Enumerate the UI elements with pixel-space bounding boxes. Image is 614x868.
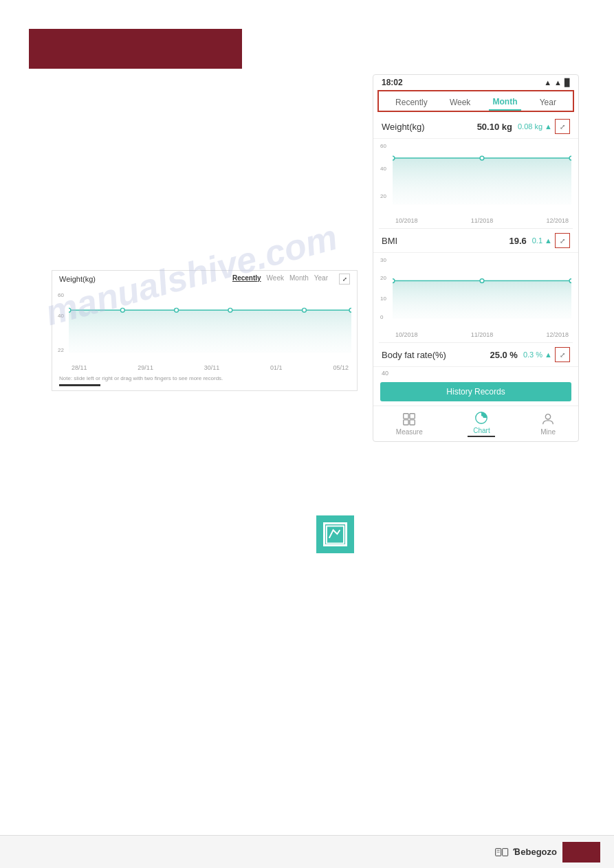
nav-measure-label: Measure: [396, 428, 423, 436]
small-x-1: 28/11: [72, 364, 87, 371]
svg-point-1: [69, 308, 71, 312]
phone-small: Weight(kg) Recently Week Month Year ⤢ 60…: [52, 270, 358, 391]
weight-x-labels: 10/2018 11/2018 12/2018: [393, 217, 571, 224]
bmi-x-2: 11/2018: [471, 331, 494, 338]
nav-mine-label: Mine: [540, 428, 556, 436]
small-tab-recently[interactable]: Recently: [232, 274, 261, 282]
nav-measure[interactable]: Measure: [396, 412, 423, 436]
bmi-x-3: 12/2018: [546, 331, 569, 338]
status-time: 18:02: [382, 78, 403, 87]
bottom-nav: Measure Chart Mine: [373, 405, 578, 441]
wifi-icon: ▲: [554, 78, 562, 87]
svg-point-10: [569, 156, 571, 160]
small-x-4: 01/1: [270, 364, 283, 371]
weight-chart-area: 60 40 20 10/2018 11/2018 12/2018: [373, 139, 578, 228]
svg-point-21: [545, 414, 550, 419]
logo-icon: [495, 847, 509, 857]
svg-marker-0: [69, 310, 351, 353]
measure-icon: [402, 412, 417, 427]
bmi-x-labels: 10/2018 11/2018 12/2018: [393, 331, 571, 338]
small-metric-row: Weight(kg) Recently Week Month Year ⤢: [52, 271, 357, 287]
small-y-60: 60: [58, 292, 64, 298]
app-icon-inner: [323, 522, 347, 546]
battery-icon: ▉: [564, 78, 570, 87]
bmi-change: 0.1 ▲: [532, 236, 552, 245]
bodyfat-change: 0.3 % ▲: [523, 350, 552, 359]
bodyfat-values: 25.0 % 0.3 % ▲ ⤢: [490, 347, 570, 362]
small-y-22: 22: [58, 347, 64, 353]
header-bar: [29, 29, 242, 69]
bodyfat-label: Body fat rate(%): [382, 350, 446, 360]
small-expand-button[interactable]: ⤢: [339, 274, 350, 285]
small-tab-month[interactable]: Month: [289, 274, 309, 282]
svg-rect-15: [404, 414, 408, 419]
weight-value: 50.10 kg: [477, 122, 512, 132]
progress-line: [59, 384, 100, 386]
svg-rect-22: [327, 526, 344, 543]
svg-rect-26: [502, 849, 507, 856]
bmi-chart-area: 30 20 10 0 10/2018 11/2018 12: [373, 253, 578, 342]
bmi-y-20: 20: [380, 275, 386, 281]
tab-recently[interactable]: Recently: [391, 95, 432, 110]
weight-y-20: 20: [380, 193, 386, 199]
weight-x-2: 11/2018: [471, 217, 494, 224]
history-records-button[interactable]: History Records: [380, 382, 571, 401]
weight-metric-row: Weight(kg) 50.10 kg 0.08 kg ▲ ⤢: [373, 115, 578, 139]
nav-mine[interactable]: Mine: [540, 412, 556, 436]
svg-marker-7: [393, 158, 571, 204]
status-icons: ▲ ▲ ▉: [544, 78, 570, 87]
svg-point-2: [120, 308, 124, 312]
small-tab-year[interactable]: Year: [314, 274, 328, 282]
small-tab-row: Recently Week Month Year: [226, 274, 335, 285]
small-x-labels: 28/11 29/11 30/11 01/1 05/12: [69, 364, 351, 371]
bodyfat-value: 25.0 %: [490, 350, 517, 360]
weight-expand-button[interactable]: ⤢: [555, 119, 570, 134]
small-y-40: 40: [58, 313, 64, 319]
weight-y-60: 60: [380, 143, 386, 149]
svg-point-12: [393, 279, 395, 283]
svg-marker-11: [393, 281, 571, 319]
weight-change: 0.08 kg ▲: [518, 122, 552, 131]
bottom-bar: Ɓebegozo: [0, 835, 614, 868]
tab-year[interactable]: Year: [536, 95, 560, 110]
nav-chart-label: Chart: [473, 427, 490, 434]
period-tab-row: Recently Week Month Year: [377, 90, 574, 112]
weight-y-40: 40: [380, 166, 386, 172]
svg-point-3: [175, 308, 179, 312]
svg-point-8: [393, 156, 395, 160]
svg-point-13: [480, 279, 484, 283]
small-x-2: 29/11: [138, 364, 153, 371]
bottom-logo-text: Ɓebegozo: [495, 847, 557, 858]
small-tab-week[interactable]: Week: [267, 274, 284, 282]
bottom-logo-box: [562, 842, 600, 863]
weight-chart-svg: [393, 142, 571, 208]
bmi-expand-button[interactable]: ⤢: [555, 233, 570, 248]
tab-month[interactable]: Month: [489, 94, 522, 111]
svg-point-5: [303, 308, 307, 312]
bmi-y-0: 0: [380, 314, 383, 320]
small-metric-label: Weight(kg): [59, 275, 96, 283]
bodyfat-metric-row: Body fat rate(%) 25.0 % 0.3 % ▲ ⤢: [373, 343, 578, 367]
svg-point-20: [480, 416, 484, 420]
svg-rect-16: [410, 414, 415, 419]
svg-point-9: [480, 156, 484, 160]
svg-point-6: [349, 308, 351, 312]
bmi-y-30: 30: [380, 257, 386, 263]
bodyfat-y-label: 40: [373, 367, 578, 378]
svg-point-14: [569, 279, 571, 283]
person-icon: [540, 412, 556, 427]
small-x-3: 30/11: [204, 364, 220, 371]
weight-values: 50.10 kg 0.08 kg ▲ ⤢: [477, 119, 570, 134]
bmi-y-10: 10: [380, 296, 386, 302]
chart-icon: [474, 410, 489, 425]
bmi-x-1: 10/2018: [395, 331, 418, 338]
bmi-label: BMI: [382, 236, 397, 246]
app-icon: [316, 515, 354, 553]
nav-chart[interactable]: Chart: [468, 410, 495, 437]
bmi-chart-svg: [393, 256, 571, 322]
bmi-values: 19.6 0.1 ▲ ⤢: [509, 233, 570, 248]
bmi-metric-row: BMI 19.6 0.1 ▲ ⤢: [373, 229, 578, 253]
bodyfat-expand-button[interactable]: ⤢: [555, 347, 570, 362]
tab-week[interactable]: Week: [446, 95, 474, 110]
bmi-value: 19.6: [509, 236, 526, 246]
